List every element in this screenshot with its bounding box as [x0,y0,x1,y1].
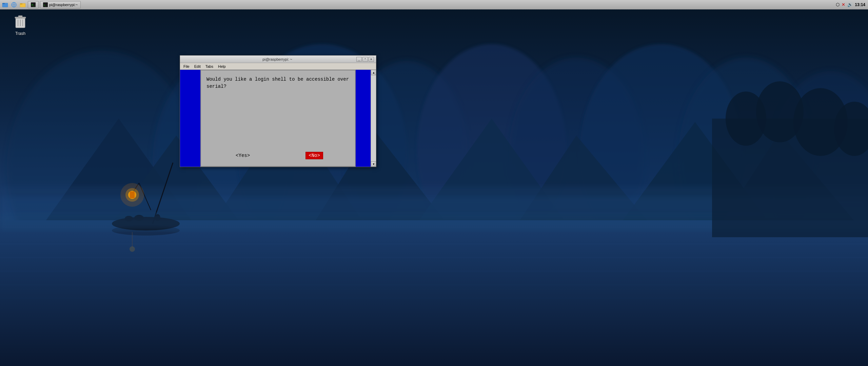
volume-icon[interactable]: 🔊 [847,2,853,7]
svg-rect-53 [20,3,22,4]
dialog-buttons: <Yes> <No> [206,152,350,161]
taskbar-terminal-main[interactable]: >_ pi@raspberrypi:~ [40,1,81,8]
terminal-content: Would you like a login shell to be acces… [200,70,356,167]
svg-text:>_: >_ [44,4,46,6]
scrollbar-up-btn[interactable]: ▲ [371,70,376,75]
svg-rect-60 [18,16,22,17]
taskbar-browser-icon[interactable] [10,1,18,8]
network-icon[interactable]: ✕ [842,2,845,7]
dialog-yes-button[interactable]: <Yes> [233,152,253,159]
svg-point-39 [130,246,135,252]
terminal-sidebar-right: ▲ ▼ [356,70,376,167]
dialog-no-button[interactable]: <No> [305,152,323,159]
terminal-sidebar-left [180,70,200,167]
taskbar-left: >_ >_ pi@raspberrypi:~ [0,1,81,8]
svg-text:>_: >_ [32,3,35,6]
terminal-maximize-btn[interactable]: ^ [362,57,368,62]
scrollbar-down-btn[interactable]: ▼ [371,161,376,167]
desktop-background [0,0,868,366]
svg-rect-20 [0,220,868,366]
taskbar: >_ >_ pi@raspberrypi:~ ⬡ ✕ 🔊 13:14 [0,0,868,9]
terminal-scrollbar: ▲ ▼ [371,70,376,167]
taskbar-filemanager-icon[interactable] [1,1,9,8]
taskbar-terminal-label: pi@raspberrypi:~ [49,3,78,7]
dialog-text: Would you like a login shell to be acces… [206,76,350,90]
bluetooth-icon[interactable]: ⬡ [836,2,840,7]
dialog-box: Would you like a login shell to be acces… [200,70,356,167]
terminal-titlebar: pi@raspberrypi: ~ _ ^ ✕ [180,56,376,63]
trash-icon [14,14,27,30]
scrollbar-track [371,75,376,161]
svg-rect-33 [130,191,135,198]
taskbar-folder-icon[interactable] [19,1,26,8]
terminal-menu-file[interactable]: File [181,63,192,69]
taskbar-terminal-dark[interactable]: >_ [28,1,39,8]
trash-label: Trash [15,31,25,36]
terminal-menu-tabs[interactable]: Tabs [203,63,215,69]
desktop-icon-trash[interactable]: Trash [7,14,34,36]
terminal-menu-help[interactable]: Help [216,63,228,69]
terminal-minimize-btn[interactable]: _ [356,57,362,62]
terminal-body: Would you like a login shell to be acces… [180,70,376,167]
dialog-message: Would you like a login shell to be acces… [206,77,349,89]
terminal-controls: _ ^ ✕ [356,57,374,62]
taskbar-right: ⬡ ✕ 🔊 13:14 [836,2,868,7]
system-time: 13:14 [855,2,865,7]
terminal-close-btn[interactable]: ✕ [369,57,374,62]
terminal-menubar: File Edit Tabs Help [180,63,376,70]
terminal-title: pi@raspberrypi: ~ [198,57,356,61]
svg-rect-47 [2,3,5,4]
terminal-menu-edit[interactable]: Edit [192,63,203,69]
terminal-window: pi@raspberrypi: ~ _ ^ ✕ File Edit Tabs H… [180,55,376,167]
